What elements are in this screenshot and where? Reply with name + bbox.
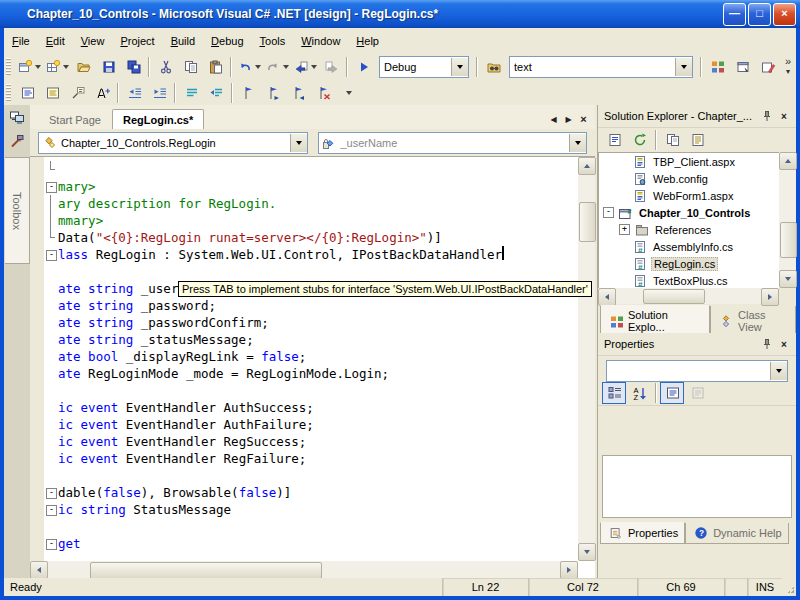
properties-list-button[interactable] — [660, 382, 684, 404]
fold-margin[interactable] — [44, 161, 58, 178]
new-project-button[interactable] — [14, 55, 42, 79]
properties-pin-icon[interactable] — [760, 337, 776, 352]
members-dropdown-arrow[interactable] — [569, 134, 586, 152]
tab-properties[interactable]: Properties — [600, 522, 685, 544]
tree-vertical-scrollbar[interactable] — [779, 152, 796, 288]
increase-indent-button[interactable] — [146, 81, 171, 105]
tab-dynamic-help[interactable]: ? Dynamic Help — [685, 523, 788, 544]
menu-debug[interactable]: Debug — [203, 32, 251, 50]
word-completion-button[interactable] — [89, 81, 114, 105]
scroll-left-icon[interactable] — [30, 561, 48, 579]
properties-button[interactable] — [685, 129, 709, 151]
close-button[interactable]: × — [773, 3, 796, 26]
tab-start-page[interactable]: Start Page — [38, 109, 112, 129]
tree-hscroll-thumb[interactable] — [643, 289, 705, 304]
member-list-button[interactable] — [14, 81, 39, 105]
resize-grip[interactable] — [782, 578, 796, 596]
tree-item-tbp-client-aspx[interactable]: TBP_Client.aspx — [599, 153, 779, 170]
copy-button[interactable] — [177, 55, 202, 79]
fold-margin[interactable] — [44, 382, 58, 399]
property-pages-button[interactable] — [685, 382, 709, 404]
menu-view[interactable]: View — [73, 32, 113, 50]
fold-margin[interactable] — [44, 348, 58, 365]
members-dropdown[interactable]: _userName — [318, 132, 588, 154]
editor-horizontal-scrollbar[interactable] — [30, 561, 578, 578]
scroll-right-icon[interactable] — [560, 561, 578, 579]
parameter-info-button[interactable] — [39, 81, 64, 105]
properties-grid[interactable] — [602, 455, 792, 518]
close-panel-icon[interactable]: × — [776, 109, 792, 124]
toolbar-grip[interactable] — [6, 84, 11, 102]
menu-build[interactable]: Build — [163, 32, 203, 50]
fold-collapse-icon[interactable]: - — [46, 488, 57, 499]
menu-help[interactable]: Help — [348, 32, 387, 50]
comment-lines-button[interactable] — [178, 81, 203, 105]
find-dropdown-arrow[interactable] — [675, 58, 692, 76]
fold-margin[interactable] — [44, 331, 58, 348]
debug-configuration-dropdown[interactable]: Debug — [379, 56, 469, 78]
tree-item-textboxplus-cs[interactable]: #TextBoxPlus.cs — [599, 272, 779, 289]
scroll-tabs-right-icon[interactable]: ▶ — [561, 115, 576, 124]
navigate-back-button[interactable] — [290, 55, 318, 79]
fold-margin[interactable] — [44, 263, 58, 280]
bookmark-toggle-button[interactable] — [235, 81, 260, 105]
menu-window[interactable]: Window — [293, 32, 348, 50]
tree-item-chapter-10-controls[interactable]: -#Chapter_10_Controls — [599, 204, 779, 221]
dropdown-arrow-icon[interactable] — [283, 65, 289, 69]
redo-button[interactable] — [262, 55, 290, 79]
code-editor[interactable]: -mary>ary description for RegLogin.mmary… — [30, 156, 595, 578]
expand-minus-icon[interactable]: - — [603, 207, 614, 218]
scroll-tabs-left-icon[interactable]: ◀ — [546, 115, 561, 124]
minimize-button[interactable]: — — [723, 3, 746, 26]
close-document-icon[interactable]: × — [576, 113, 591, 125]
dropdown-arrow-icon[interactable] — [63, 65, 69, 69]
toolbar-grip[interactable] — [6, 58, 11, 76]
fold-margin[interactable]: - — [44, 246, 58, 263]
dropdown-arrow-icon[interactable] — [35, 65, 41, 69]
toolbox-tab[interactable]: Toolbox — [5, 157, 30, 264]
fold-margin[interactable] — [44, 518, 58, 535]
toolbar-overflow-dropdown[interactable] — [335, 81, 360, 105]
fold-margin[interactable] — [44, 229, 58, 246]
tree-item-assemblyinfo-cs[interactable]: #AssemblyInfo.cs — [599, 238, 779, 255]
debug-dropdown-arrow[interactable] — [451, 58, 468, 76]
tree-scroll-right-icon[interactable] — [761, 288, 779, 306]
fold-margin[interactable]: - — [44, 501, 58, 518]
tree-item-webform1-aspx[interactable]: WebForm1.aspx — [599, 187, 779, 204]
menu-file[interactable]: File — [4, 32, 38, 50]
properties-object-dropdown[interactable] — [606, 360, 788, 382]
fold-margin[interactable] — [44, 416, 58, 433]
tree-scroll-up-icon[interactable] — [779, 152, 797, 170]
open-button[interactable] — [70, 55, 95, 79]
fold-margin[interactable] — [44, 365, 58, 382]
fold-margin[interactable] — [44, 450, 58, 467]
types-dropdown-arrow[interactable] — [290, 134, 307, 152]
fold-margin[interactable] — [44, 399, 58, 416]
undo-button[interactable] — [234, 55, 262, 79]
pin-icon[interactable] — [760, 109, 776, 124]
tab-reglogin-cs[interactable]: RegLogin.cs* — [112, 109, 204, 129]
view-code-button[interactable] — [602, 129, 626, 151]
cut-button[interactable] — [152, 55, 177, 79]
navigate-forward-button[interactable] — [318, 55, 343, 79]
find-combo[interactable]: text — [509, 56, 693, 78]
tree-item-reglogin-cs[interactable]: #RegLogin.cs — [599, 255, 779, 272]
fold-collapse-icon[interactable]: - — [46, 505, 57, 516]
fold-collapse-icon[interactable]: - — [46, 539, 57, 550]
tree-scroll-down-icon[interactable] — [779, 270, 797, 288]
fold-margin[interactable]: - — [44, 178, 58, 195]
menu-project[interactable]: Project — [112, 32, 162, 50]
fold-margin[interactable]: - — [44, 484, 58, 501]
fold-margin[interactable] — [44, 314, 58, 331]
toolbox-window-button[interactable] — [754, 55, 779, 79]
tree-item-references[interactable]: +References — [599, 221, 779, 238]
decrease-indent-button[interactable] — [121, 81, 146, 105]
maximize-button[interactable]: □ — [748, 3, 771, 26]
vscroll-thumb[interactable] — [579, 202, 596, 242]
find-in-files-button[interactable] — [480, 55, 505, 79]
fold-margin[interactable] — [44, 433, 58, 450]
save-button[interactable] — [95, 55, 120, 79]
fold-collapse-icon[interactable]: - — [46, 250, 57, 261]
dropdown-arrow-icon[interactable] — [311, 65, 317, 69]
menu-tools[interactable]: Tools — [252, 32, 294, 50]
